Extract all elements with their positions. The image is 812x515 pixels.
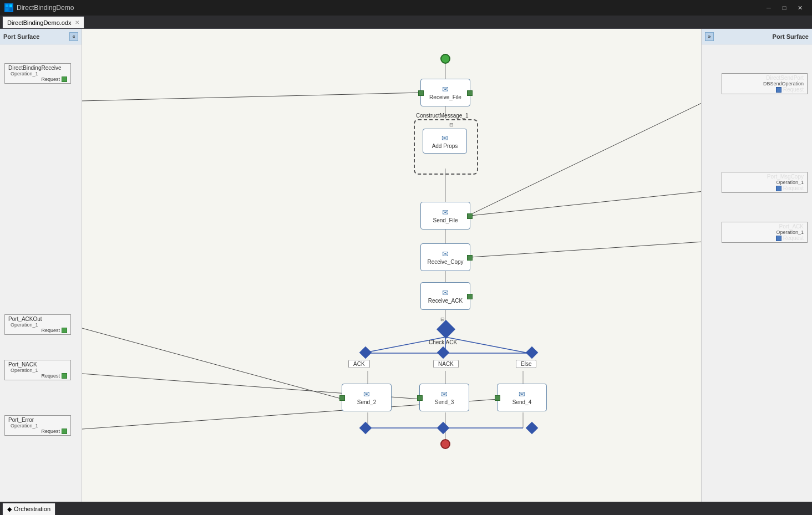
add-props-shape[interactable]: ✉ Add Props	[423, 129, 467, 154]
receive-copy-right-connector	[467, 255, 473, 261]
main-tab[interactable]: DirectBindingDemo.odx ✕	[2, 16, 84, 28]
port-ack: Port_ACK Operation_1 Request	[722, 222, 808, 243]
construct-message-box: ConstructMessage_1 ✉ Add Props	[414, 119, 478, 175]
orchestration-tab-label: Orchestration	[14, 506, 50, 512]
receive-file-shape[interactable]: ✉ Receive_File	[420, 79, 470, 106]
svg-line-23	[82, 328, 343, 399]
port-nack-req: Request	[8, 373, 67, 379]
end-circle	[440, 439, 450, 449]
port-receive: DirectBindingReceive Operation_1 Request	[4, 63, 71, 84]
send-file-icon: ✉	[442, 208, 449, 217]
branch-mid-diamond	[437, 346, 450, 359]
port-receive-op: Operation_1	[8, 71, 67, 77]
branch-else-label: Else	[516, 360, 536, 368]
port-directsend-connector	[776, 87, 781, 93]
tab-bar: DirectBindingDemo.odx ✕	[0, 16, 812, 29]
bottom-tab-bar: ◆ Orchestration	[0, 502, 812, 515]
port-msgcopy: Port_MsgCopy Operation_1 Request	[722, 172, 808, 193]
merge-right-diamond	[526, 422, 539, 435]
left-collapse-button[interactable]: «	[69, 32, 78, 41]
port-ackout-connector	[62, 328, 67, 333]
port-directsend-op: DBSendOperation	[725, 81, 804, 86]
right-panel-header: » Port Surface	[702, 29, 812, 44]
receive-file-left-connector	[418, 90, 424, 96]
title-bar: DirectBindingDemo ─ □ ✕	[0, 0, 812, 16]
right-expand-button[interactable]: »	[705, 32, 714, 41]
port-nack-name: Port_NACK	[8, 361, 67, 368]
receive-copy-label: Receive_Copy	[427, 259, 463, 265]
send-3-shape[interactable]: ✉ Send_3	[419, 384, 469, 411]
construct-message-label: ConstructMessage_1	[416, 113, 469, 119]
port-ackout: Port_ACKOut Operation_1 Request	[4, 314, 71, 335]
svg-rect-3	[9, 8, 12, 11]
send-file-label: Send_File	[433, 217, 458, 223]
port-msgcopy-connector	[776, 186, 781, 191]
send-4-icon: ✉	[519, 390, 525, 399]
port-directsend-name: DirectSendPort	[725, 75, 804, 81]
svg-line-12	[445, 337, 529, 353]
port-ackout-req: Request	[8, 328, 67, 333]
left-panel: Port Surface « DirectBindingReceive Oper…	[0, 29, 82, 502]
send-2-shape[interactable]: ✉ Send_2	[342, 384, 392, 411]
branch-nack-label: NACK	[433, 360, 459, 368]
tab-label: DirectBindingDemo.odx	[7, 19, 72, 26]
left-panel-title: Port Surface	[3, 33, 39, 40]
minimize-button[interactable]: ─	[761, 0, 777, 16]
send-file-right-connector	[467, 213, 473, 219]
svg-overlay	[82, 29, 701, 502]
port-error-name: Port_Error	[8, 417, 67, 423]
svg-rect-0	[6, 4, 8, 7]
send-file-shape[interactable]: ✉ Send_File	[420, 202, 470, 230]
send-4-left-connector	[495, 395, 500, 401]
port-receive-connector	[62, 77, 67, 82]
receive-ack-right-connector	[467, 294, 473, 299]
port-error: Port_Error Operation_1 Request	[4, 415, 71, 436]
tab-pin-icon[interactable]: ✕	[75, 19, 79, 26]
main-area: Port Surface « DirectBindingReceive Oper…	[0, 29, 812, 502]
orchestration-tab[interactable]: ◆ Orchestration	[2, 503, 55, 515]
check-ack-label: Check ACK	[429, 339, 457, 345]
svg-line-27	[470, 190, 701, 216]
app-title: DirectBindingDemo	[17, 4, 761, 12]
port-error-op: Operation_1	[8, 423, 67, 429]
receive-ack-icon: ✉	[442, 288, 449, 297]
receive-file-icon: ✉	[442, 85, 449, 94]
receive-copy-shape[interactable]: ✉ Receive_Copy	[420, 243, 470, 271]
send-3-label: Send_3	[435, 399, 454, 405]
svg-rect-2	[6, 8, 8, 11]
receive-file-right-connector	[467, 90, 473, 96]
send-4-label: Send_4	[512, 399, 531, 405]
branch-left-diamond	[359, 346, 372, 359]
port-nack-connector	[62, 373, 67, 379]
port-directsend: DirectSendPort DBSendOperation Request	[722, 73, 808, 94]
start-circle	[440, 54, 450, 64]
send-2-icon: ✉	[363, 390, 370, 399]
send-3-left-connector	[417, 395, 423, 401]
maximize-button[interactable]: □	[777, 0, 792, 16]
port-msgcopy-op: Operation_1	[725, 180, 804, 185]
merge-mid-diamond	[437, 422, 450, 435]
svg-line-22	[82, 93, 420, 101]
add-props-label: Add Props	[432, 143, 458, 149]
port-nack: Port_NACK Operation_1 Request	[4, 360, 71, 380]
port-msgcopy-name: Port_MsgCopy	[725, 174, 804, 180]
right-panel: » Port Surface DirectSendPort DBSendOper…	[701, 29, 812, 502]
svg-line-26	[470, 94, 701, 215]
port-ack-connector	[776, 236, 781, 241]
port-directsend-req: Request	[725, 86, 804, 93]
check-ack-diamond	[437, 320, 455, 339]
svg-line-28	[470, 241, 701, 257]
port-receive-req: Request	[8, 77, 67, 82]
orchestration-tab-icon: ◆	[7, 506, 12, 513]
close-button[interactable]: ✕	[792, 0, 808, 16]
app-icon	[4, 3, 13, 12]
canvas-area: ✉ Receive_File ⊟ ConstructMessage_1 ✉ Ad…	[82, 29, 701, 502]
send-4-shape[interactable]: ✉ Send_4	[497, 384, 547, 411]
port-ack-name: Port_ACK	[725, 223, 804, 230]
port-nack-op: Operation_1	[8, 368, 67, 373]
receive-ack-shape[interactable]: ✉ Receive_ACK	[420, 282, 470, 310]
receive-copy-icon: ✉	[442, 249, 449, 258]
port-ack-req: Request	[725, 235, 804, 241]
port-ack-op: Operation_1	[725, 230, 804, 235]
port-error-connector	[62, 429, 67, 434]
